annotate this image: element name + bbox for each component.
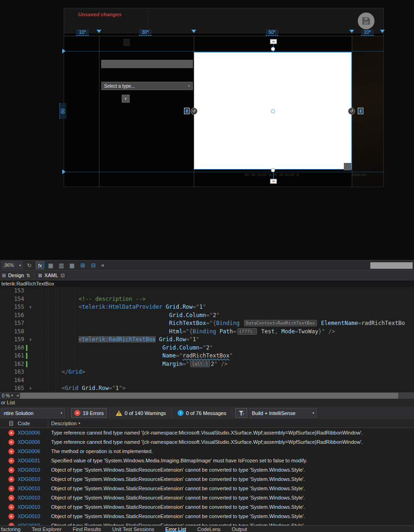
grid-row-marker-icon[interactable] — [62, 49, 66, 53]
line-number-gutter[interactable]: 165∨ — [0, 384, 35, 392]
error-row[interactable]: ×XDG0010Object of type 'System.Windows.S… — [0, 502, 414, 512]
panel-tab-output[interactable]: Output — [232, 526, 247, 532]
description-column-header[interactable]: Description ▾ — [48, 421, 414, 426]
scroll-left-icon[interactable]: ◀ — [15, 394, 20, 397]
error-row[interactable]: ×XDG0010Object of type 'System.Windows.S… — [0, 484, 414, 493]
error-row[interactable]: ×XDG0006The method or operation is not i… — [0, 447, 414, 456]
line-number-gutter[interactable]: 153 — [0, 287, 35, 295]
line-number-gutter[interactable]: 161 — [0, 352, 35, 360]
scope-filter-dropdown[interactable]: ntire Solution ▾ — [1, 408, 65, 418]
margin-anchor-right-icon[interactable]: ↺ — [348, 108, 355, 115]
tab-xaml[interactable]: XAML — [44, 272, 58, 278]
resize-grip[interactable] — [344, 163, 351, 170]
fold-chevron-icon[interactable]: ∨ — [29, 384, 32, 392]
error-row[interactable]: ×XDG0010Object of type 'System.Windows.S… — [0, 493, 414, 502]
show-grid-icon[interactable]: ▦ — [46, 261, 55, 269]
code-line-153[interactable]: 153 — [0, 287, 414, 295]
breadcrumb-path[interactable]: telerik:RadRichTextBox — [1, 281, 54, 286]
scrollbar-thumb[interactable] — [20, 393, 398, 399]
severity-column-header[interactable] — [7, 421, 15, 426]
editor-horizontal-scrollbar[interactable] — [20, 393, 414, 399]
margin-left-badge[interactable]: 2 — [184, 108, 190, 114]
code-line-161[interactable]: 161Name="radRichTextBox" — [0, 352, 414, 360]
margin-right-badge[interactable]: 2 — [358, 108, 363, 114]
messages-filter-button[interactable]: i 0 of 76 Messages — [175, 408, 229, 418]
line-number-gutter[interactable]: 154 — [0, 295, 35, 304]
designed-dropdown-button[interactable]: ∨ — [122, 95, 130, 103]
line-number-gutter[interactable]: 157 — [0, 319, 35, 328]
anchor-dot-top[interactable] — [271, 47, 275, 51]
popout-icon[interactable]: ⊡ — [60, 273, 64, 278]
code-line-157[interactable]: 157RichTextBox="{Binding DataContext=Rad… — [0, 319, 414, 328]
snap-to-snaplines-icon[interactable]: ⊟ — [89, 261, 98, 269]
margin-anchor-bottom-icon[interactable]: ∞ — [270, 179, 277, 184]
margin-anchor-left-icon[interactable]: ↺ — [191, 108, 197, 115]
code-line-158[interactable]: 158Html="{Binding Path=(???). Test, Mode… — [0, 328, 414, 336]
error-row[interactable]: ×XDG0010Object of type 'System.Windows.S… — [0, 521, 414, 526]
code-line-156[interactable]: 156Grid.Column="2" — [0, 311, 414, 320]
grid-column-width-label[interactable]: 10* — [76, 29, 89, 36]
code-line-154[interactable]: 154<!-- description --> — [0, 295, 414, 304]
errors-filter-button[interactable]: × 19 Errors — [71, 408, 107, 418]
anchor-dot-bottom[interactable] — [271, 168, 275, 172]
grid-splitter-marker-icon[interactable] — [191, 30, 196, 33]
source-filter-dropdown[interactable]: Build + IntelliSense ▾ — [249, 408, 317, 418]
error-row[interactable]: ×XDG0006Type reference cannot find type … — [0, 428, 414, 437]
error-row[interactable]: ×XDG0010Object of type 'System.Windows.S… — [0, 512, 414, 521]
warnings-filter-button[interactable]: 0 of 140 Warnings — [113, 408, 169, 418]
grid-splitter-marker-icon[interactable] — [380, 30, 385, 33]
line-number-gutter[interactable]: 158 — [0, 328, 35, 336]
grid-column-width-label[interactable]: 30* — [139, 29, 151, 36]
designed-textbox[interactable] — [101, 60, 193, 68]
code-line-165[interactable]: 165∨<Grid Grid.Row="1"> — [0, 384, 414, 392]
error-row[interactable]: ×XDG0006Type reference cannot find type … — [0, 437, 414, 447]
xaml-designer-surface[interactable]: Unsaved changes 10* 30* 50* 10* 80 Selec… — [0, 0, 414, 260]
code-line-163[interactable]: 163</Grid> — [0, 368, 414, 376]
panel-tab-error-list[interactable]: Error List — [165, 526, 186, 532]
grid-column-width-label[interactable]: 50* — [266, 29, 278, 36]
code-line-155[interactable]: 155∨<telerik:HtmlDataProvider Grid.Row="… — [0, 303, 414, 311]
designed-combobox[interactable]: Select a type... ∨ — [101, 82, 193, 90]
collapse-arrow-icon[interactable]: ◀ — [101, 263, 104, 267]
line-number-gutter[interactable]: 156 — [0, 311, 35, 320]
tab-design[interactable]: Design — [8, 272, 24, 278]
margin-anchor-top-icon[interactable]: ∞ — [270, 39, 277, 44]
xaml-code-editor[interactable]: 153154<!-- description -->155∨<telerik:H… — [0, 287, 414, 392]
line-number-gutter[interactable]: 160 — [0, 344, 35, 352]
grid-overlay-icon[interactable]: ▩ — [68, 261, 76, 269]
snap-grid-icon[interactable]: ▥ — [57, 261, 66, 269]
filter-button[interactable]: ? — [235, 408, 247, 418]
line-number-gutter[interactable]: 155∨ — [0, 303, 35, 311]
code-line-162[interactable]: 162Margin="[all:]2" /> — [0, 360, 414, 369]
panel-tab-test-explorer[interactable]: Test Explorer — [32, 526, 61, 532]
panel-tab-unit-test-sessions[interactable]: Unit Test Sessions — [112, 526, 154, 532]
grid-splitter-marker-icon[interactable] — [349, 30, 354, 33]
fold-chevron-icon[interactable]: ∨ — [29, 336, 32, 344]
refresh-icon[interactable]: ↻ — [25, 261, 33, 269]
error-row[interactable]: ×XDG0010Object of type 'System.Windows.S… — [0, 465, 414, 474]
error-row[interactable]: ×XDG0031Specified value of type 'System.… — [0, 456, 414, 465]
line-number-gutter[interactable]: 164 — [0, 376, 35, 385]
fold-chevron-icon[interactable]: ∨ — [29, 303, 32, 311]
panel-tab-factoring[interactable]: factoring — [1, 526, 20, 532]
designer-horizontal-scrollbar[interactable] — [370, 262, 413, 269]
element-breadcrumb[interactable]: telerik:RadRichTextBox — [0, 280, 414, 287]
grid-row-height-label[interactable]: 80 — [59, 103, 66, 119]
snaplines-icon[interactable]: ⊞ — [79, 261, 87, 269]
grid-column-width-label[interactable]: 10* — [361, 29, 374, 36]
error-rows[interactable]: ×XDG0006Type reference cannot find type … — [0, 428, 414, 526]
panel-tab-find-results[interactable]: Find Results — [72, 526, 101, 532]
error-row[interactable]: ×XDG0010Object of type 'System.Windows.S… — [0, 474, 414, 484]
code-lines[interactable]: 153154<!-- description -->155∨<telerik:H… — [0, 287, 414, 392]
line-number-gutter[interactable]: 159∨ — [0, 336, 35, 344]
code-line-159[interactable]: 159∨<telerik:RadRichTextBox Grid.Row="1" — [0, 336, 414, 344]
grid-row-marker-icon[interactable] — [62, 169, 66, 174]
zoom-combobox[interactable]: ,96% ▾ — [1, 261, 23, 269]
code-column-header[interactable]: Code — [15, 419, 48, 428]
center-anchor-dot[interactable] — [271, 109, 275, 113]
line-number-gutter[interactable]: 162 — [0, 360, 35, 369]
panel-tab-codelens[interactable]: CodeLens — [197, 526, 220, 532]
editor-zoom-combobox[interactable]: 0 % ▾ — [0, 393, 15, 398]
code-line-160[interactable]: 160Grid.Column="2" — [0, 344, 414, 352]
effects-button[interactable]: fx — [36, 261, 44, 269]
